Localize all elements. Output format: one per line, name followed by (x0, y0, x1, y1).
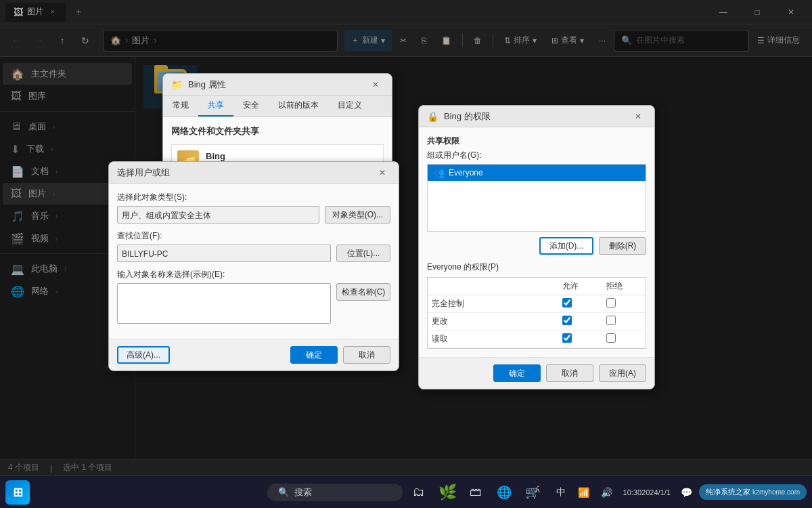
lang-indicator[interactable]: 中 (551, 483, 570, 502)
advanced-button[interactable]: 高级(A)... (117, 346, 170, 364)
object-type-label: 选择此对象类型(S): (117, 192, 390, 203)
perm-change-label: 更改 (428, 313, 558, 331)
bing-props-close[interactable]: ✕ (367, 77, 384, 93)
bing-props-title-bar: 📁 Bing 属性 ✕ (163, 74, 392, 96)
taskbar-right: ^ 中 📶 🔊 10:30 2024/1/1 💬 纯净系统之家 kzmyhome… (528, 483, 812, 502)
group-users-label: 组或用户名(G): (427, 150, 646, 161)
user-icon: 👥 (433, 167, 445, 178)
col-allow: 允许 (558, 278, 602, 295)
tab-general[interactable]: 常规 (163, 96, 198, 117)
watermark: 纯净系统之家 kzmyhome.com (699, 484, 807, 500)
tab-security[interactable]: 安全 (233, 96, 269, 117)
bing-props-tabs: 常规 共享 安全 以前的版本 目定义 (163, 96, 392, 117)
taskbar-center: 🔍 搜索 🗂 🌿 🗃 🌐 🛒 (267, 480, 545, 505)
taskbar-app2[interactable]: 🗃 (464, 480, 488, 505)
taskbar-store[interactable]: 🛒 (520, 480, 545, 505)
location-value: BILLYFU-PC (117, 245, 331, 262)
perm-full-deny (602, 295, 646, 313)
select-user-footer: 高级(A)... 确定 取消 (109, 339, 399, 371)
location-label: 查找位置(F): (117, 230, 390, 242)
tab-custom[interactable]: 目定义 (328, 96, 371, 117)
perm-read-deny (602, 331, 646, 348)
perm-read-allow (558, 331, 602, 348)
notifications-icon[interactable]: 💬 (677, 483, 696, 502)
taskbar-edge[interactable]: 🌐 (492, 480, 516, 505)
taskbar-search[interactable]: 🔍 搜索 (267, 484, 403, 501)
tab-share[interactable]: 共享 (198, 96, 233, 117)
select-user-ok[interactable]: 确定 (290, 346, 338, 364)
taskbar: ⊞ 🔍 搜索 🗂 🌿 🗃 🌐 🛒 ^ 中 📶 🔊 10:30 2024/1/1 … (0, 475, 812, 508)
perms-close[interactable]: ✕ (630, 108, 646, 125)
object-type-button[interactable]: 对象类型(O)... (325, 206, 390, 224)
windows-start-button[interactable]: ⊞ (5, 480, 30, 505)
location-row: 查找位置(F): BILLYFU-PC 位置(L)... (117, 230, 390, 262)
system-tray: ^ 中 📶 🔊 10:30 2024/1/1 💬 (528, 483, 696, 502)
perm-read-deny-cb[interactable] (606, 333, 616, 343)
perm-add-button[interactable]: 添加(D)... (539, 237, 593, 255)
perm-change-deny (602, 313, 646, 331)
props-icon: 📁 (171, 79, 183, 90)
select-user-cancel[interactable]: 取消 (343, 346, 390, 364)
user-everyone-label: Everyone (449, 168, 483, 177)
dialog-select-user: 选择用户或组 ✕ 选择此对象类型(S): 用户、组或内置安全主体 对象类型(O)… (108, 161, 399, 371)
perm-full-allow (558, 295, 602, 313)
select-user-title-bar: 选择用户或组 ✕ (109, 162, 399, 184)
perm-change-allow-cb[interactable] (562, 316, 572, 325)
perms-list-item-everyone[interactable]: 👥 Everyone (428, 165, 646, 181)
share-folder-name: Bing (206, 151, 228, 161)
taskbar-search-label: 搜索 (294, 486, 312, 499)
perm-row-full: 完全控制 (428, 295, 646, 313)
perm-full-label: 完全控制 (428, 295, 558, 313)
select-user-title-text: 选择用户或组 (117, 167, 369, 179)
perms-dialog-icon: 🔒 (427, 111, 438, 122)
watermark-url: kzmyhome.com (752, 488, 800, 496)
perms-table: 允许 拒绝 完全控制 更改 读取 (428, 278, 646, 348)
object-type-row: 选择此对象类型(S): 用户、组或内置安全主体 对象类型(O)... (117, 192, 390, 224)
user-input-field[interactable] (117, 283, 331, 324)
perm-section-title: Everyone 的权限(P) (427, 261, 646, 273)
share-perms-label: 共享权限 (427, 135, 646, 147)
select-user-body: 选择此对象类型(S): 用户、组或内置安全主体 对象类型(O)... 查找位置(… (109, 184, 399, 339)
dialog-bing-permissions: 🔒 Bing 的权限 ✕ 共享权限 组或用户名(G): 👥 Everyone 添… (418, 105, 655, 389)
col-perm (428, 278, 558, 295)
input-row: 输入对象名称来选择(示例)(E): 检查名称(C) (117, 269, 390, 324)
taskbar-search-icon: 🔍 (278, 487, 289, 497)
bing-props-title-text: Bing 属性 (188, 79, 362, 91)
perm-row-change: 更改 (428, 313, 646, 331)
clock[interactable]: 10:30 2024/1/1 (621, 483, 673, 502)
perms-body: 共享权限 组或用户名(G): 👥 Everyone 添加(D)... 删除(R)… (419, 127, 654, 357)
perms-btn-row: 添加(D)... 删除(R) (427, 237, 646, 255)
perm-read-allow-cb[interactable] (562, 333, 572, 343)
perms-title-text: Bing 的权限 (444, 110, 625, 123)
share-section-title: 网络文件和文件夹共享 (171, 125, 384, 137)
ok-cancel-group: 确定 取消 (290, 346, 390, 364)
perm-full-allow-cb[interactable] (562, 298, 572, 308)
perms-users-list: 👥 Everyone (427, 164, 646, 232)
taskbar-app1[interactable]: 🌿 (435, 480, 459, 505)
tab-versions[interactable]: 以前的版本 (269, 96, 328, 117)
input-label: 输入对象名称来选择(示例)(E): (117, 269, 390, 280)
perms-ok[interactable]: 确定 (493, 364, 541, 382)
location-button[interactable]: 位置(L)... (336, 245, 390, 262)
perm-change-deny-cb[interactable] (606, 316, 616, 325)
perm-row-read: 读取 (428, 331, 646, 348)
perm-change-allow (558, 313, 602, 331)
perm-full-deny-cb[interactable] (606, 298, 616, 308)
perms-title-bar: 🔒 Bing 的权限 ✕ (419, 106, 654, 127)
object-type-field-row: 用户、组或内置安全主体 对象类型(O)... (117, 206, 390, 224)
col-deny: 拒绝 (602, 278, 646, 295)
perms-table-container: 允许 拒绝 完全控制 更改 读取 (427, 277, 646, 349)
perm-remove-button[interactable]: 删除(R) (599, 237, 646, 255)
object-type-value: 用户、组或内置安全主体 (117, 206, 319, 224)
taskbar-explorer[interactable]: 🗂 (407, 480, 431, 505)
network-tray-icon[interactable]: 📶 (574, 483, 593, 502)
perm-read-label: 读取 (428, 331, 558, 348)
select-user-close[interactable]: ✕ (374, 165, 390, 181)
speaker-tray-icon[interactable]: 🔊 (597, 483, 616, 502)
input-field-row: 检查名称(C) (117, 283, 390, 324)
check-names-button[interactable]: 检查名称(C) (336, 283, 390, 301)
perms-footer: 确定 取消 应用(A) (419, 357, 654, 389)
perms-apply[interactable]: 应用(A) (599, 364, 646, 382)
taskbar-left: ⊞ (0, 480, 30, 505)
perms-cancel[interactable]: 取消 (546, 364, 593, 382)
